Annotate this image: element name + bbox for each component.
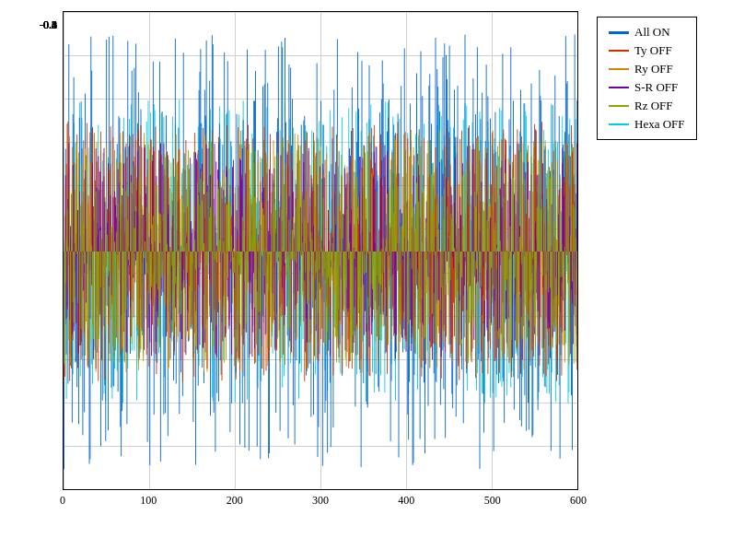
legend-color-hexaoff: [609, 123, 629, 125]
legend-item-tyoff: Ty OFF: [609, 43, 685, 58]
legend-color-rzoff: [609, 105, 629, 107]
x-tick-200: 200: [227, 494, 243, 508]
x-tick-100: 100: [140, 494, 157, 508]
legend-label-allon: All ON: [634, 25, 670, 40]
legend-color-allon: [609, 31, 629, 34]
legend-label-hexaoff: Hexa OFF: [634, 117, 685, 132]
x-tick-400: 400: [398, 494, 414, 508]
legend-label-ryoff: Ry OFF: [634, 62, 673, 76]
legend: All ON Ty OFF Ry OFF S-R OFF Rz OFF Hexa…: [597, 17, 697, 140]
legend-color-sroff: [609, 87, 629, 88]
x-tick-500: 500: [484, 494, 501, 508]
chart-container: 0.5 0.4 0.3 0.2 0.1 0 -0.1 -0.2 -0.3 -0.…: [0, 0, 756, 538]
x-tick-300: 300: [312, 494, 329, 508]
y-axis-wrapper: 0.5 0.4 0.3 0.2 0.1 0 -0.1 -0.2 -0.3 -0.…: [0, 11, 63, 490]
legend-label-rzoff: Rz OFF: [634, 99, 673, 113]
legend-item-hexaoff: Hexa OFF: [609, 117, 685, 132]
x-tick-600: 600: [570, 494, 587, 508]
legend-item-sroff: S-R OFF: [609, 80, 685, 95]
legend-item-allon: All ON: [609, 25, 685, 40]
legend-label-tyoff: Ty OFF: [634, 43, 672, 58]
x-axis-wrapper: 0 100 200 300 400 500 600: [63, 490, 578, 518]
legend-item-rzoff: Rz OFF: [609, 99, 685, 113]
legend-label-sroff: S-R OFF: [634, 80, 678, 95]
y-tick-n05: -0.5: [40, 18, 63, 32]
legend-color-tyoff: [609, 50, 629, 52]
chart-canvas: [64, 12, 577, 489]
chart-area: [63, 11, 578, 490]
legend-color-ryoff: [609, 68, 629, 70]
x-tick-0: 0: [60, 494, 65, 508]
legend-item-ryoff: Ry OFF: [609, 62, 685, 76]
